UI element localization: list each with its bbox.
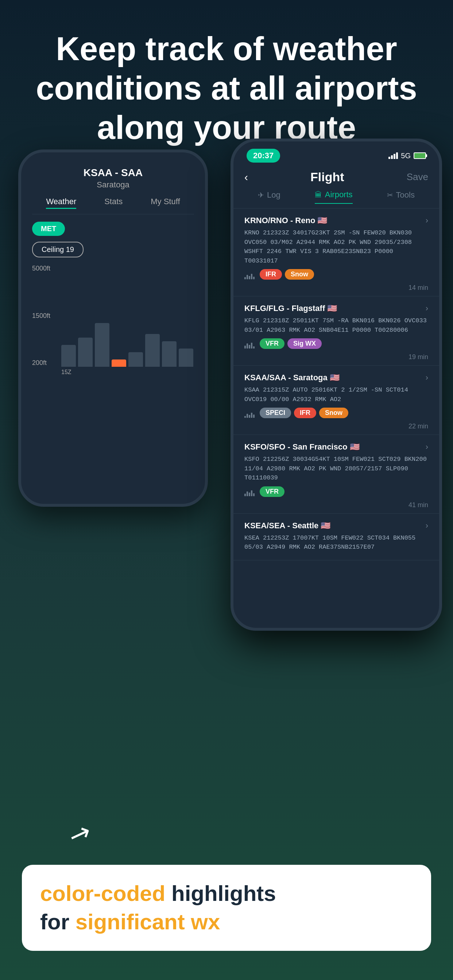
back-button[interactable]: ‹: [244, 171, 248, 183]
tags-row-kflg: VFR Sig WX: [244, 338, 428, 352]
tab-log[interactable]: ✈ Log: [258, 190, 281, 204]
battery-tip: [426, 154, 427, 157]
back-tab-weather[interactable]: Weather: [46, 197, 76, 209]
flight-title: Flight: [310, 170, 344, 184]
metar-text-krno: KRNO 212323Z 34017G23KT 2SM -SN FEW020 B…: [244, 228, 428, 266]
signal-bar-1: [388, 157, 390, 159]
back-phone-title: KSAA - SAA: [32, 167, 194, 179]
phones-area: KSAA - SAA Saratoga Weather Stats My Stu…: [0, 138, 453, 853]
chart-bar: [162, 341, 177, 367]
airport-header-ksaa: KSAA/SAA - Saratoga 🇺🇸 ›: [244, 373, 428, 382]
time-label-krno: 14 min: [244, 284, 428, 292]
tags-krno: IFR Snow: [260, 269, 314, 280]
tooltip-text: color-coded highlights for significant w…: [40, 880, 413, 936]
chart-bar: [78, 337, 93, 367]
tag-snow-krno: Snow: [285, 269, 314, 280]
tag-vfr-ksfo: VFR: [260, 486, 284, 497]
network-label: 5G: [401, 152, 411, 160]
tab-log-label: Log: [267, 190, 281, 200]
chart-bars: [61, 265, 194, 367]
save-button[interactable]: Save: [407, 171, 428, 183]
tag-snow-ksaa: Snow: [319, 407, 348, 418]
mini-chart-kflg: [244, 342, 255, 348]
tag-ifr-ksaa: IFR: [294, 407, 316, 418]
time-label-ksfo: 41 min: [244, 501, 428, 509]
chevron-right-icon: ›: [426, 442, 428, 452]
tag-sigwx-kflg: Sig WX: [287, 338, 322, 349]
chart-labels: 5000ft 1500ft 200ft: [32, 265, 50, 367]
signal-bars: [388, 153, 398, 159]
status-bar: 20:37 5G: [233, 142, 439, 166]
tags-ksfo: VFR: [260, 486, 284, 497]
metar-text-ksaa: KSAA 212315Z AUTO 25016KT 2 1/2SM -SN SC…: [244, 385, 428, 404]
airport-name-ksea: KSEA/SEA - Seattle 🇺🇸: [244, 521, 330, 530]
airport-header-ksea: KSEA/SEA - Seattle 🇺🇸 ›: [244, 521, 428, 530]
flight-tabs: ✈ Log 🏛 Airports ✂ Tools: [233, 190, 439, 208]
hero-title: Keep track of weather conditions at all …: [29, 29, 424, 147]
chart-bar: [179, 348, 193, 367]
back-tab-mystuff[interactable]: My Stuff: [151, 197, 180, 209]
tab-airports[interactable]: 🏛 Airports: [315, 190, 353, 204]
metar-text-ksea: KSEA 212253Z 17007KT 10SM FEW022 SCT034 …: [244, 533, 428, 552]
chart-bar: [61, 345, 76, 367]
tags-kflg: VFR Sig WX: [260, 338, 322, 349]
airport-header-ksfo: KSFO/SFO - San Francisco 🇺🇸 ›: [244, 442, 428, 452]
airport-list: KRNO/RNO - Reno 🇺🇸 › KRNO 212323Z 34017G…: [233, 208, 439, 631]
metar-pill: MET: [32, 222, 65, 236]
tooltip-part3: for: [40, 910, 75, 934]
ceiling-pill: Ceiling 19: [32, 242, 83, 258]
signal-bar-3: [394, 154, 396, 159]
signal-bar-4: [396, 153, 398, 159]
status-time: 20:37: [247, 149, 280, 162]
metar-text-ksfo: KSFO 212256Z 30034G54KT 10SM FEW021 SCT0…: [244, 455, 428, 483]
metar-text-kflg: KFLG 212318Z 25011KT 7SM -RA BKN016 BKN0…: [244, 316, 428, 335]
airport-name-ksfo: KSFO/SFO - San Francisco 🇺🇸: [244, 442, 360, 452]
tags-ksaa: SPECI IFR Snow: [260, 407, 348, 418]
tools-icon: ✂: [387, 191, 393, 199]
chart-bar-highlighted: [112, 360, 126, 367]
tooltip-part1: color-coded: [40, 881, 165, 905]
tags-row-krno: IFR Snow: [244, 269, 428, 283]
chevron-right-icon: ›: [426, 216, 428, 225]
mini-chart-krno: [244, 273, 255, 279]
back-tab-stats[interactable]: Stats: [104, 197, 123, 209]
tooltip-part4: significant wx: [75, 910, 220, 934]
chart-time-label: 15Z: [61, 369, 72, 375]
mini-chart-ksfo: [244, 490, 255, 496]
tags-row-ksaa: SPECI IFR Snow: [244, 407, 428, 421]
airport-header-krno: KRNO/RNO - Reno 🇺🇸 ›: [244, 216, 428, 225]
log-icon: ✈: [258, 191, 264, 199]
back-phone: KSAA - SAA Saratoga Weather Stats My Stu…: [18, 150, 208, 507]
mini-chart-ksaa: [244, 411, 255, 418]
chevron-right-icon: ›: [426, 373, 428, 382]
airport-item-ksea[interactable]: KSEA/SEA - Seattle 🇺🇸 › KSEA 212253Z 170…: [233, 514, 439, 560]
battery-icon: [414, 153, 426, 159]
tag-vfr-kflg: VFR: [260, 338, 284, 349]
airport-item-krno[interactable]: KRNO/RNO - Reno 🇺🇸 › KRNO 212323Z 34017G…: [233, 208, 439, 296]
tag-ifr-krno: IFR: [260, 269, 282, 280]
chart-bar: [95, 323, 109, 367]
airport-name-ksaa: KSAA/SAA - Saratoga 🇺🇸: [244, 373, 340, 382]
chart-bar: [145, 334, 160, 367]
tags-row-ksfo: VFR: [244, 486, 428, 500]
tab-tools-label: Tools: [396, 190, 415, 200]
airport-item-ksaa[interactable]: KSAA/SAA - Saratoga 🇺🇸 › KSAA 212315Z AU…: [233, 366, 439, 435]
airport-name-kflg: KFLG/FLG - Flagstaff 🇺🇸: [244, 304, 337, 313]
chart-bar: [128, 352, 143, 367]
time-label-kflg: 19 min: [244, 353, 428, 361]
front-phone: 20:37 5G ‹ Flight Save: [231, 138, 442, 631]
back-phone-subtitle: Saratoga: [32, 180, 194, 189]
chevron-right-icon: ›: [426, 521, 428, 530]
airport-item-ksfo[interactable]: KSFO/SFO - San Francisco 🇺🇸 › KSFO 21225…: [233, 435, 439, 514]
chevron-right-icon: ›: [426, 304, 428, 313]
tab-airports-label: Airports: [325, 190, 353, 199]
tooltip-part2: highlights: [165, 881, 276, 905]
airport-name-krno: KRNO/RNO - Reno 🇺🇸: [244, 216, 327, 225]
flight-header: ‹ Flight Save: [233, 166, 439, 190]
time-label-ksaa: 22 min: [244, 423, 428, 430]
bottom-tooltip: color-coded highlights for significant w…: [22, 865, 431, 951]
status-right: 5G: [388, 152, 426, 160]
airport-header-kflg: KFLG/FLG - Flagstaff 🇺🇸 ›: [244, 304, 428, 313]
airport-item-kflg[interactable]: KFLG/FLG - Flagstaff 🇺🇸 › KFLG 212318Z 2…: [233, 296, 439, 366]
tab-tools[interactable]: ✂ Tools: [387, 190, 415, 204]
